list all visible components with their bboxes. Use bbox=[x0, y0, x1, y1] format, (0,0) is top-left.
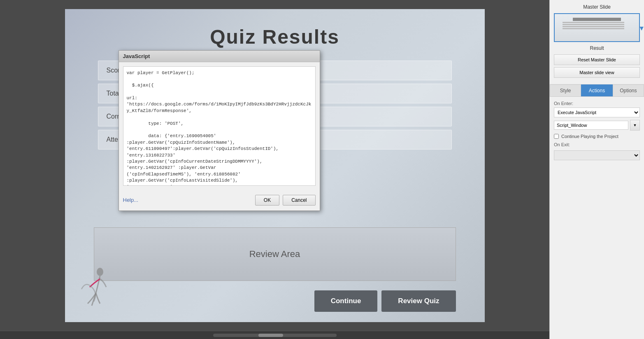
on-exit-select[interactable] bbox=[554, 150, 640, 160]
master-slide-section: Master Slide ▼ Result Reset Master Slide… bbox=[550, 0, 644, 84]
master-slide-thumbnail[interactable] bbox=[554, 13, 640, 42]
on-exit-label: On Exit: bbox=[554, 142, 640, 147]
master-slide-chevron-icon[interactable]: ▼ bbox=[638, 25, 644, 32]
thumb-inner bbox=[561, 16, 632, 39]
panel-tabs: Style Actions Options bbox=[550, 84, 644, 97]
continue-playing-checkbox[interactable] bbox=[554, 134, 559, 139]
master-slide-view-button[interactable]: Master slide view bbox=[554, 67, 640, 78]
scrollbar-thumb[interactable] bbox=[258, 334, 283, 337]
slide-content: Quiz Results Score: {cpQuizInfoPassPerce… bbox=[65, 9, 485, 322]
on-enter-select[interactable]: Execute JavaScript bbox=[554, 108, 640, 117]
scrollbar-track[interactable] bbox=[213, 334, 337, 337]
help-link[interactable]: Help... bbox=[123, 197, 139, 203]
dialog-buttons: OK Cancel bbox=[255, 195, 316, 206]
tab-options[interactable]: Options bbox=[613, 84, 644, 96]
javascript-dialog: JavaScript var player = GetPlayer(); $.a… bbox=[119, 50, 320, 211]
javascript-code-textarea[interactable]: var player = GetPlayer(); $.ajax({ url: … bbox=[123, 66, 316, 186]
thumb-line-4 bbox=[563, 28, 624, 29]
reset-master-slide-button[interactable]: Reset Master Slide bbox=[554, 54, 640, 65]
dialog-body: var player = GetPlayer(); $.ajax({ url: … bbox=[119, 62, 320, 192]
dialog-titlebar: JavaScript bbox=[119, 51, 320, 62]
script-window-dropdown-button[interactable]: ▼ bbox=[630, 120, 640, 131]
thumb-line-2 bbox=[563, 24, 624, 25]
thumb-line-3 bbox=[563, 26, 624, 27]
main-area: Quiz Results Score: {cpQuizInfoPassPerce… bbox=[0, 0, 549, 339]
continue-playing-label: Continue Playing the Project bbox=[561, 134, 618, 139]
thumb-line-1 bbox=[563, 22, 624, 23]
tab-style[interactable]: Style bbox=[550, 84, 581, 96]
bottom-scrollbar-bar bbox=[0, 331, 549, 339]
dialog-footer: Help... OK Cancel bbox=[119, 192, 320, 210]
script-window-input[interactable] bbox=[554, 121, 628, 130]
dialog-title: JavaScript bbox=[123, 53, 150, 59]
dialog-overlay: JavaScript var player = GetPlayer(); $.a… bbox=[65, 9, 485, 322]
result-label: Result bbox=[554, 45, 640, 51]
thumb-title-line bbox=[573, 18, 621, 21]
right-panel: Master Slide ▼ Result Reset Master Slide… bbox=[549, 0, 644, 339]
continue-playing-row: Continue Playing the Project bbox=[554, 134, 640, 139]
master-slide-label: Master Slide bbox=[554, 4, 640, 10]
tab-actions[interactable]: Actions bbox=[581, 84, 612, 96]
slide-canvas: Quiz Results Score: {cpQuizInfoPassPerce… bbox=[0, 0, 549, 331]
actions-panel-content: On Enter: Execute JavaScript ▼ Continue … bbox=[550, 97, 644, 164]
script-window-row: ▼ bbox=[554, 120, 640, 131]
dialog-ok-button[interactable]: OK bbox=[255, 195, 279, 206]
dialog-cancel-button[interactable]: Cancel bbox=[283, 195, 315, 206]
on-enter-label: On Enter: bbox=[554, 101, 640, 106]
